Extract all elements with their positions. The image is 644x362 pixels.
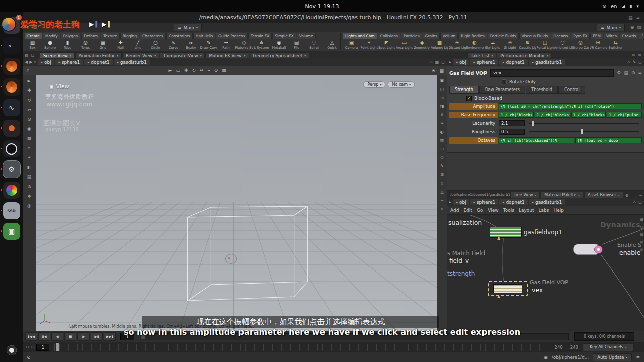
timeline-options-icon[interactable]: ⊟ — [26, 345, 29, 349]
shelf-tab[interactable]: FEM — [590, 33, 603, 39]
shelf-tab[interactable]: Pyro FX — [571, 33, 590, 39]
pane-tab[interactable]: Material Palette — [541, 192, 583, 198]
context-path-label[interactable]: /obj/sphere1/d... — [552, 355, 589, 360]
transport-button[interactable]: ▮◀◀ — [25, 332, 37, 341]
viewport-tool-icon[interactable]: ✂ — [27, 145, 31, 150]
shelf-tool[interactable]: ✎ Draw Curve — [200, 39, 217, 51]
new-tab-icon[interactable]: ⊕ — [625, 193, 629, 198]
network-menu-item[interactable]: Add — [450, 208, 459, 213]
system-clock[interactable]: Nov 1 19:13 — [305, 3, 339, 10]
edit-icon[interactable]: ✎ — [633, 60, 636, 64]
playhead[interactable] — [56, 343, 59, 351]
base-frequency-w-field[interactable]: 1 / ch("pulse — [607, 112, 642, 118]
lacunarity-slider[interactable] — [529, 120, 639, 126]
path-crumb[interactable]: ▪ sphere1 — [55, 59, 84, 65]
network-editor[interactable]: Dynamics sualization gasfieldvop1 ♟ Enab… — [447, 215, 644, 331]
octaves-expression-field-1[interactable]: {¶ if (ch("blockbased"))¶ — [499, 137, 574, 143]
amplitude-expression-field[interactable]: {¶ float a0 = ch("refstrength");¶ if (ch… — [499, 103, 642, 109]
camera-none-selector[interactable]: No cam — [388, 81, 415, 88]
viewport-tool-icon[interactable]: ▦ — [27, 136, 32, 141]
desktop-selector-right[interactable]: ≡ Main — [597, 24, 625, 31]
viewport-option-icon[interactable]: ≡ — [440, 198, 444, 203]
network-menu-item[interactable]: Tools — [503, 208, 514, 213]
shelf-tool[interactable]: ⊞ VR Camera — [589, 39, 607, 51]
shelf-tab[interactable]: Hair Utils — [193, 33, 215, 39]
viewport-option-icon[interactable]: ▥ — [440, 138, 444, 143]
dock-media-app-icon[interactable] — [3, 120, 20, 137]
shelf-tab[interactable]: Deform — [81, 33, 100, 39]
window-panel-icon[interactable]: ▤ — [628, 15, 633, 20]
shelf-tab[interactable]: Modify — [43, 33, 60, 39]
shelf-tab[interactable]: Polygon — [61, 33, 80, 39]
viewport-option-icon[interactable]: ◊ — [441, 181, 443, 186]
pane-tab[interactable]: Asset Browser — [584, 192, 623, 198]
status-icon[interactable]: ⊙ — [27, 355, 31, 360]
pane-tab[interactable]: Animation Editor — [75, 52, 122, 58]
pane-tab[interactable]: Tree View — [510, 192, 540, 198]
auto-update-dropdown[interactable]: Auto Update — [593, 353, 632, 361]
shelf-tab[interactable]: Particle Fluids — [488, 33, 519, 39]
shelf-tool[interactable]: ∿ Curve — [165, 39, 182, 51]
viewport-mode-icon[interactable]: ↻ — [192, 68, 196, 73]
viewport-mode-icon[interactable]: ✚ — [184, 68, 188, 73]
shelf-tool[interactable]: ☁ Sky Light — [484, 39, 501, 51]
camera-persp-selector[interactable]: Persp — [363, 81, 385, 88]
shelf-tool[interactable]: ○ Circle — [147, 39, 165, 51]
path-crumb[interactable]: ▪ dopnet1 — [499, 199, 528, 205]
shelf-tab[interactable]: Collisions — [378, 33, 400, 39]
roughness-value-field[interactable]: 0.5 — [499, 129, 525, 135]
viewport-3d[interactable]: ▣ View Persp No cam 更多海外优质教程www.cgtjq.co… — [36, 75, 437, 331]
shelf-tool[interactable]: ≈ Bezier — [182, 39, 200, 51]
shelf-tool[interactable]: ▦ Grid — [94, 39, 112, 51]
shelf-tool[interactable]: ▮ Tube — [59, 39, 76, 51]
gear-icon[interactable]: ⚙ — [617, 70, 621, 75]
viewport-option-icon[interactable]: ✎ — [440, 164, 444, 168]
nav-arrow-icon[interactable]: ▸ — [449, 200, 451, 204]
path-crumb[interactable]: ▪ dopnet1 — [499, 59, 528, 65]
shelf-tab[interactable]: Simple FX — [272, 33, 296, 39]
path-crumb[interactable]: ▪ dopnet1 — [84, 59, 113, 65]
viewport-mode-icon[interactable]: ⊙ — [214, 68, 218, 73]
global-end-value[interactable]: 240 — [570, 345, 578, 350]
range-start-field[interactable]: 1 — [36, 344, 49, 351]
viewport-mode-icon[interactable]: ▭ — [176, 68, 180, 73]
node-name-field[interactable]: vex — [490, 69, 614, 77]
base-frequency-z-field[interactable]: 1 / ch("blocks — [571, 112, 606, 118]
shelf-tool[interactable]: ◎ Stereo Camera — [572, 39, 589, 51]
shelf-tab[interactable]: Volume — [297, 33, 316, 39]
block-based-checkbox[interactable]: ✔ — [466, 96, 472, 101]
shelf-tool[interactable]: ╱ Line — [129, 39, 147, 51]
display-options-icon[interactable]: ▦ — [439, 68, 444, 73]
shelf-tool[interactable]: ◐ Environment Light — [466, 39, 484, 51]
nav-arrow-icon[interactable]: ▸ — [449, 60, 451, 64]
slider-handle[interactable] — [532, 121, 534, 126]
shelf-tab[interactable]: Guide Process — [216, 33, 248, 39]
add-desktop-icon[interactable]: ⊕ — [630, 25, 634, 30]
dock-settings-icon[interactable]: ⚙ — [3, 161, 20, 178]
shelf-tool[interactable]: ≋ Caustic Light — [519, 39, 536, 51]
viewport-tool-icon[interactable]: ◧ — [27, 165, 32, 170]
param-folder-tab[interactable]: Control — [558, 86, 585, 94]
timeline-ruler[interactable] — [54, 344, 547, 351]
pane-maximize-icon[interactable]: ◻ — [441, 60, 445, 64]
param-menu-icon[interactable]: ≡ — [638, 70, 642, 75]
desktop-selector-left[interactable]: ≡ Main — [174, 24, 202, 31]
timeline-link-icon[interactable]: ⊞ — [31, 345, 35, 349]
transport-button[interactable]: ■ — [64, 332, 76, 341]
shelf-tool[interactable]: ◌ Ambient Light — [554, 39, 572, 51]
enable-badge-icon[interactable] — [594, 245, 603, 254]
pane-tab[interactable]: Render View — [122, 52, 159, 58]
network-side-icon[interactable]: ◻ — [640, 225, 643, 229]
shelf-tool[interactable]: ◌ Spiral — [305, 39, 323, 51]
viewport-option-icon[interactable]: ◫ — [440, 87, 444, 92]
render-icon[interactable]: ☀ — [431, 68, 435, 73]
viewport-tool-icon[interactable]: ⊙ — [27, 117, 31, 122]
dock-audio-app-icon[interactable]: ∿ — [3, 99, 20, 116]
range-end-value[interactable]: 240 — [555, 345, 563, 350]
shelf-tool[interactable]: ◎ Torus — [76, 39, 94, 51]
octaves-expression-field-2[interactable]: {¶ float vs = dopo — [575, 137, 642, 143]
rotate-only-checkbox[interactable] — [502, 79, 507, 84]
shelf-tab[interactable]: Drive Simulation — [639, 33, 643, 39]
viewport-option-icon[interactable]: ⊞ — [440, 96, 444, 100]
slider-handle[interactable] — [581, 129, 583, 134]
